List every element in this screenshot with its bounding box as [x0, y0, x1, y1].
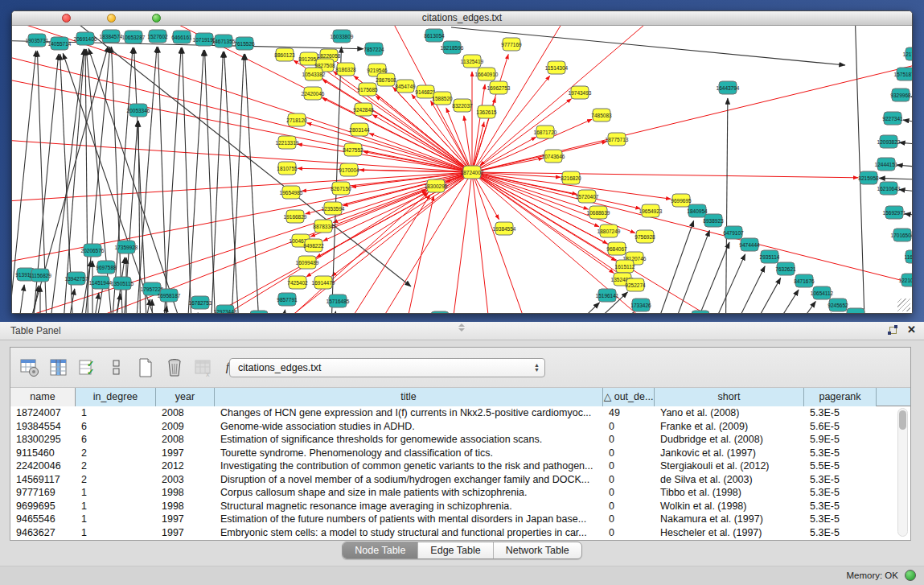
graph-edge[interactable] [713, 266, 765, 313]
table-cell[interactable]: 2 [76, 459, 156, 473]
table-cell[interactable]: 1997 [156, 526, 215, 540]
table-row[interactable]: 911546021997Tourette syndrome. Phenomeno… [10, 447, 910, 460]
graph-edge[interactable] [60, 190, 426, 313]
table-cell[interactable]: Embryonic stem cells: a model to study s… [215, 526, 603, 540]
column-header-title[interactable]: title [215, 388, 603, 406]
table-cell[interactable]: Stergiakouli et al. (2012) [655, 459, 804, 473]
table-cell[interactable]: 1998 [156, 486, 215, 500]
table-cell[interactable]: 1998 [156, 500, 215, 513]
table-cell[interactable]: 5.5E-5 [804, 459, 877, 473]
table-cell[interactable]: 0 [603, 433, 655, 447]
new-column-button[interactable] [134, 356, 156, 378]
table-row[interactable]: 977716911998Corpus callosum shape and si… [10, 486, 910, 500]
table-cell[interactable]: 0 [603, 513, 655, 526]
graph-edge[interactable] [725, 98, 728, 313]
table-cell[interactable]: Structural magnetic resonance image aver… [215, 500, 603, 513]
table-cell[interactable]: 19384554 [10, 420, 76, 434]
table-cell[interactable]: 18724007 [10, 406, 76, 420]
tab-node-table[interactable]: Node Table [343, 542, 418, 558]
table-cell[interactable]: 5.3E-5 [804, 486, 877, 500]
table-cell[interactable]: Nakamura et al. (1997) [655, 513, 804, 526]
table-cell[interactable]: 5.9E-5 [804, 433, 877, 447]
table-cell[interactable]: 5.3E-5 [804, 513, 877, 526]
table-row[interactable]: 1872400712008Changes of HCN gene express… [10, 406, 910, 420]
graph-edge[interactable] [747, 290, 799, 313]
select-columns-button[interactable]: ✓✓ [76, 356, 98, 378]
graph-edge[interactable] [729, 278, 781, 313]
tab-network-table[interactable]: Network Table [494, 542, 581, 558]
column-header-year[interactable]: year [156, 388, 215, 406]
graph-edge[interactable] [245, 54, 261, 313]
table-cell[interactable]: Tourette syndrome. Phenomenology and cla… [215, 447, 603, 460]
table-cell[interactable]: Disruption of a novel member of a sodium… [215, 473, 603, 487]
scrollbar-thumb[interactable] [899, 410, 906, 430]
graph-edge[interactable] [12, 50, 472, 172]
graph-edge[interactable] [182, 47, 193, 313]
table-mode-button[interactable] [18, 356, 40, 378]
table-cell[interactable]: Franke et al. (2009) [655, 420, 804, 434]
table-cell[interactable]: 1 [76, 526, 156, 540]
graph-edge[interactable] [324, 311, 336, 313]
table-row[interactable]: 2242004622012Investigating the contribut… [10, 459, 910, 473]
graph-edge[interactable] [472, 172, 495, 313]
table-row[interactable]: 946554611997Estimation of the future num… [10, 513, 910, 526]
graph-edge[interactable] [903, 120, 912, 126]
table-cell[interactable]: 2008 [156, 406, 215, 420]
graph-edge[interactable] [209, 51, 223, 313]
table-cell[interactable]: 0 [603, 459, 655, 473]
table-cell[interactable]: 9777169 [10, 486, 76, 500]
graph-edge[interactable] [656, 230, 709, 313]
graph-node[interactable] [692, 311, 709, 313]
graph-edge[interactable] [472, 172, 912, 291]
table-cell[interactable]: 2012 [156, 459, 215, 473]
graph-edge[interactable] [692, 254, 745, 313]
table-cell[interactable]: 2 [76, 473, 156, 487]
table-cell[interactable]: 0 [603, 420, 655, 434]
table-cell[interactable]: 1997 [156, 447, 215, 460]
table-cell[interactable]: Yano et al. (2008) [655, 406, 804, 420]
table-cell[interactable]: Corpus callosum shape and size in male p… [215, 486, 603, 500]
graph-edge[interactable] [224, 51, 241, 313]
float-panel-icon[interactable] [888, 325, 897, 335]
table-cell[interactable]: 9463627 [10, 526, 76, 540]
table-cell[interactable]: Estimation of significance thresholds fo… [215, 433, 603, 447]
graph-edge[interactable] [911, 97, 912, 102]
graph-edge[interactable] [897, 165, 912, 169]
window-resize-grip[interactable] [897, 299, 910, 311]
table-cell[interactable]: 9699695 [10, 500, 76, 513]
table-cell[interactable]: 5.3E-5 [804, 406, 877, 420]
memory-status-indicator[interactable] [905, 570, 916, 581]
column-header-in_degree[interactable]: in_degree [76, 388, 156, 406]
tab-edge-table[interactable]: Edge Table [418, 542, 493, 558]
table-row[interactable]: 1830029562008Estimation of significance … [10, 433, 910, 447]
table-cell[interactable]: 14569117 [10, 473, 76, 487]
table-cell[interactable]: Estimation of the future numbers of pati… [215, 513, 603, 526]
table-cell[interactable]: Genome-wide association studies in ADHD. [215, 420, 603, 434]
graph-node[interactable] [250, 311, 268, 313]
graph-node[interactable] [431, 311, 449, 313]
table-cell[interactable]: 2009 [156, 420, 215, 434]
graph-edge[interactable] [273, 310, 285, 313]
network-canvas[interactable]: 8860123891295418226058982750810543382818… [12, 26, 912, 313]
table-cell[interactable]: 2003 [156, 473, 215, 487]
table-cell[interactable]: 0 [603, 486, 655, 500]
table-cell[interactable]: 1 [76, 486, 156, 500]
graph-edge[interactable] [472, 58, 912, 172]
table-cell[interactable]: 0 [603, 500, 655, 513]
table-row[interactable]: 1938455462009Genome-wide association stu… [10, 420, 910, 434]
graph-edge[interactable] [676, 242, 729, 313]
table-cell[interactable]: 0 [603, 526, 655, 540]
graph-edge[interactable] [899, 142, 912, 146]
table-cell[interactable]: Wolkin et al. (1998) [655, 500, 804, 513]
table-cell[interactable]: 2 [76, 447, 156, 460]
graph-edge[interactable] [879, 178, 912, 180]
table-cell[interactable]: 1 [76, 513, 156, 526]
table-cell[interactable]: 5.3E-5 [804, 526, 877, 540]
table-cell[interactable]: 1 [76, 500, 156, 513]
table-cell[interactable]: 0 [603, 447, 655, 460]
table-cell[interactable]: 22420046 [10, 459, 76, 473]
table-cell[interactable]: Tibbo et al. (1998) [655, 486, 804, 500]
table-row[interactable]: 969969511998Structural magnetic resonanc… [10, 500, 910, 513]
table-cell[interactable]: 5.3E-5 [804, 447, 877, 460]
table-cell[interactable]: 9115460 [10, 447, 76, 460]
